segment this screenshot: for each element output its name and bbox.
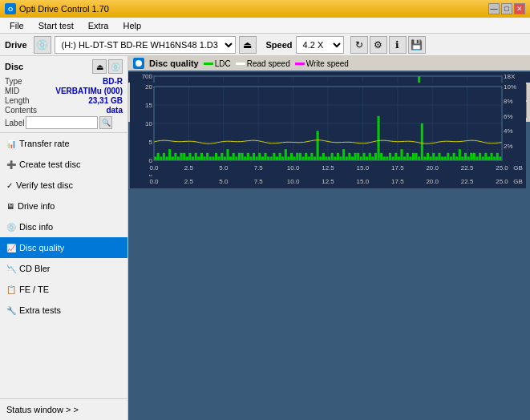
nav-items: 📊 Transfer rate ➕ Create test disc ✓ Ver… [0, 133, 127, 321]
sidebar: Disc ⏏ 💿 Type BD-R MID VERBATIMu (000) L… [0, 56, 128, 420]
sidebar-item-drive-info[interactable]: 🖥 Drive info [0, 196, 127, 216]
length-value: 23,31 GB [88, 96, 123, 105]
disc-quality-icon: 📈 [6, 244, 16, 252]
sidebar-item-disc-info[interactable]: 💿 Disc info [0, 216, 127, 237]
mid-value: VERBATIMu (000) [55, 87, 123, 95]
menu-file[interactable]: File [3, 19, 30, 32]
app-title: Opti Drive Control 1.70 [19, 4, 109, 14]
legend-ldc: LDC [204, 59, 231, 68]
close-button[interactable]: ✕ [514, 3, 525, 14]
chart-header: Disc quality LDC Read speed Write speed [128, 56, 530, 71]
save-button[interactable]: 💾 [408, 36, 426, 54]
transfer-rate-icon: 📊 [6, 139, 16, 148]
extra-tests-icon: 🔧 [6, 306, 16, 315]
bottom-chart-canvas [130, 83, 526, 175]
sidebar-item-create-test-disc[interactable]: ➕ Create test disc [0, 154, 127, 175]
sidebar-item-verify-test-disc[interactable]: ✓ Verify test disc [0, 175, 127, 196]
drive-label: Drive [5, 40, 27, 50]
type-label: Type [5, 77, 22, 86]
menu-help[interactable]: Help [116, 19, 148, 32]
refresh-button[interactable]: ↻ [350, 36, 368, 54]
menu-bar: File Start test Extra Help [0, 18, 530, 34]
eject-button[interactable]: ⏏ [239, 36, 257, 54]
settings-button[interactable]: ⚙ [370, 36, 387, 54]
main-layout: Disc ⏏ 💿 Type BD-R MID VERBATIMu (000) L… [0, 56, 530, 420]
cd-bler-icon: 📉 [6, 265, 16, 273]
disc-panel: Disc ⏏ 💿 Type BD-R MID VERBATIMu (000) L… [0, 56, 127, 133]
status-window-label: Status window > > [6, 405, 79, 414]
fe-te-icon: 📋 [6, 285, 16, 294]
contents-value: data [106, 106, 123, 115]
sidebar-item-cd-bler[interactable]: 📉 CD Bler [0, 258, 127, 279]
verify-test-disc-icon: ✓ [6, 181, 13, 190]
title-bar: O Opti Drive Control 1.70 — □ ✕ [0, 0, 530, 18]
type-value: BD-R [103, 77, 123, 86]
maximize-button[interactable]: □ [501, 3, 512, 14]
disc-icon: 💿 [108, 59, 123, 74]
disc-eject-button[interactable]: ⏏ [92, 59, 107, 74]
drive-icon: 💿 [34, 36, 51, 54]
contents-label: Contents [5, 106, 37, 115]
speed-label: Speed [266, 40, 293, 50]
sidebar-item-disc-quality[interactable]: 📈 Disc quality [0, 237, 127, 258]
disc-label-input[interactable] [26, 116, 98, 129]
menu-extra[interactable]: Extra [82, 19, 115, 32]
chart-icon [133, 58, 144, 69]
create-test-disc-icon: ➕ [6, 160, 16, 169]
chart-title: Disc quality [149, 59, 199, 68]
drive-select[interactable]: (H:) HL-DT-ST BD-RE WH16NS48 1.D3 [55, 36, 236, 54]
mid-label: MID [5, 87, 19, 95]
sidebar-item-extra-tests[interactable]: 🔧 Extra tests [0, 300, 127, 321]
legend-read-speed: Read speed [236, 59, 290, 68]
sidebar-item-fe-te[interactable]: 📋 FE / TE [0, 279, 127, 300]
menu-start-test[interactable]: Start test [32, 19, 80, 32]
minimize-button[interactable]: — [488, 3, 500, 14]
sidebar-bottom: Status window > > [0, 398, 127, 420]
disc-title: Disc [5, 62, 23, 71]
content-area: Disc quality LDC Read speed Write speed … [128, 56, 530, 420]
drive-info-icon: 🖥 [6, 202, 14, 211]
speed-select[interactable]: 4.2 X [296, 36, 344, 54]
length-label: Length [5, 96, 30, 105]
status-window-button[interactable]: Status window > > [0, 399, 127, 420]
label-search-button[interactable]: 🔍 [99, 116, 112, 129]
sidebar-item-transfer-rate[interactable]: 📊 Transfer rate [0, 133, 127, 154]
disc-info-icon: 💿 [6, 223, 16, 232]
drive-bar: Drive 💿 (H:) HL-DT-ST BD-RE WH16NS48 1.D… [0, 34, 530, 56]
info-button[interactable]: ℹ [389, 36, 407, 54]
legend-write-speed: Write speed [295, 59, 349, 68]
app-icon: O [5, 3, 16, 14]
disc-label-label: Label [5, 119, 24, 127]
